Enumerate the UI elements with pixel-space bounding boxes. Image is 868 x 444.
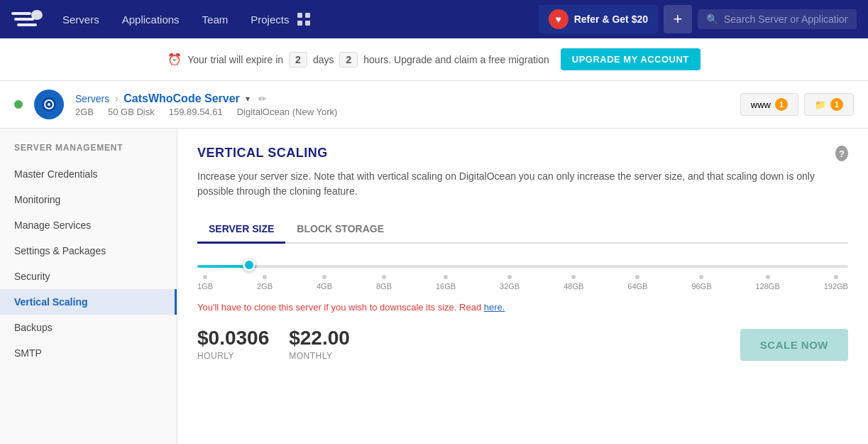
- slider-thumb[interactable]: [243, 259, 256, 271]
- add-button[interactable]: +: [664, 5, 692, 33]
- tab-block-storage[interactable]: BLOCK STORAGE: [285, 216, 395, 244]
- server-ram: 2GB: [75, 107, 94, 117]
- nav-team[interactable]: Team: [199, 13, 231, 26]
- server-status-indicator: [14, 100, 23, 109]
- sidebar-item-security[interactable]: Security: [0, 264, 177, 289]
- hourly-price: $0.0306: [197, 327, 269, 350]
- slider-background: [197, 265, 848, 268]
- svg-point-3: [31, 10, 43, 20]
- svg-rect-0: [11, 12, 31, 15]
- nav-links: Servers Applications Team Projects: [60, 13, 292, 26]
- size-option-48gb[interactable]: 48GB: [564, 275, 583, 291]
- dot-128gb: [766, 275, 770, 279]
- label-32gb: 32GB: [500, 282, 520, 291]
- svg-rect-2: [17, 23, 37, 26]
- sidebar-item-master-credentials[interactable]: Master Credentials: [0, 161, 177, 187]
- scaling-tabs: SERVER SIZE BLOCK STORAGE: [197, 216, 848, 244]
- trial-days: 2: [289, 52, 307, 67]
- server-edit-icon[interactable]: ✏: [258, 93, 267, 104]
- size-option-2gb[interactable]: 2GB: [257, 275, 273, 291]
- monthly-label: MONTHLY: [289, 351, 350, 361]
- trial-days-label: days: [313, 54, 334, 65]
- svg-rect-7: [305, 21, 310, 26]
- help-icon[interactable]: ?: [835, 146, 848, 161]
- folder-button[interactable]: 📁 1: [804, 93, 854, 116]
- page-title: VERTICAL SCALING: [197, 146, 835, 161]
- monthly-price-block: $22.00 MONTHLY: [289, 327, 350, 361]
- clone-warning: You'll have to clone this server if you …: [197, 302, 848, 313]
- dot-2gb: [263, 275, 267, 279]
- sidebar-item-smtp[interactable]: SMTP: [0, 340, 177, 366]
- www-label: www: [751, 99, 771, 110]
- breadcrumb-servers-link[interactable]: Servers: [75, 93, 109, 104]
- search-input[interactable]: [724, 13, 848, 25]
- main-content: VERTICAL SCALING Increase your server si…: [177, 129, 868, 444]
- label-96gb: 96GB: [691, 282, 711, 291]
- slider-labels: 1GB 2GB 4GB 8GB 16GB: [197, 275, 848, 291]
- label-16gb: 16GB: [436, 282, 456, 291]
- size-slider-section: 1GB 2GB 4GB 8GB 16GB: [197, 264, 848, 291]
- svg-rect-5: [305, 13, 310, 18]
- sidebar-item-manage-services[interactable]: Manage Services: [0, 212, 177, 238]
- server-meta: 2GB 50 GB Disk 159.89.54.61 DigitalOcean…: [75, 107, 729, 117]
- size-option-8gb[interactable]: 8GB: [376, 275, 392, 291]
- svg-rect-1: [14, 18, 34, 21]
- server-info: Servers › CatsWhoCode Server ▾ ✏ 2GB 50 …: [75, 92, 729, 117]
- label-48gb: 48GB: [564, 282, 583, 291]
- dot-8gb: [382, 275, 386, 279]
- search-icon: 🔍: [706, 13, 718, 25]
- hourly-label: HOURLY: [197, 351, 269, 361]
- size-option-16gb[interactable]: 16GB: [436, 275, 456, 291]
- folder-badge: 1: [830, 98, 843, 111]
- search-bar[interactable]: 🔍: [698, 9, 857, 29]
- dot-1gb: [203, 275, 207, 279]
- section-description: Increase your server size. Note that wit…: [197, 169, 835, 199]
- size-option-32gb[interactable]: 32GB: [500, 275, 520, 291]
- label-8gb: 8GB: [376, 282, 392, 291]
- label-4gb: 4GB: [317, 282, 332, 291]
- size-option-192gb[interactable]: 192GB: [824, 275, 848, 291]
- svg-point-10: [48, 103, 50, 106]
- dot-48gb: [571, 275, 576, 279]
- clone-warning-text: You'll have to clone this server if you …: [197, 302, 481, 313]
- grid-menu-button[interactable]: [292, 7, 316, 31]
- scale-now-button[interactable]: SCALE NOW: [740, 329, 848, 361]
- logo[interactable]: [11, 8, 43, 31]
- dot-64gb: [635, 275, 639, 279]
- server-provider: DigitalOcean (New York): [237, 107, 338, 117]
- size-option-128gb[interactable]: 128GB: [755, 275, 779, 291]
- main-layout: Server Management Master Credentials Mon…: [0, 129, 868, 444]
- sidebar-item-settings-packages[interactable]: Settings & Packages: [0, 238, 177, 264]
- top-nav: Servers Applications Team Projects ♥ Ref…: [0, 0, 868, 38]
- sidebar: Server Management Master Credentials Mon…: [0, 129, 177, 444]
- nav-projects[interactable]: Projects: [248, 13, 292, 26]
- size-option-96gb[interactable]: 96GB: [691, 275, 711, 291]
- tab-server-size[interactable]: SERVER SIZE: [197, 216, 285, 244]
- www-badge: 1: [775, 98, 788, 111]
- www-button[interactable]: www 1: [740, 93, 798, 116]
- sidebar-item-vertical-scaling[interactable]: Vertical Scaling: [0, 289, 177, 315]
- nav-applications[interactable]: Applications: [119, 13, 182, 26]
- server-dropdown-icon[interactable]: ▾: [246, 94, 250, 104]
- nav-servers[interactable]: Servers: [60, 13, 102, 26]
- dot-32gb: [507, 275, 512, 279]
- heart-icon: ♥: [549, 9, 568, 29]
- sidebar-item-backups[interactable]: Backups: [0, 315, 177, 340]
- server-disk: 50 GB Disk: [108, 107, 155, 117]
- size-option-1gb[interactable]: 1GB: [197, 275, 213, 291]
- label-64gb: 64GB: [627, 282, 647, 291]
- pricing-row: $0.0306 HOURLY $22.00 MONTHLY SCALE NOW: [197, 327, 848, 361]
- server-actions: www 1 📁 1: [740, 93, 854, 116]
- hourly-price-block: $0.0306 HOURLY: [197, 327, 269, 361]
- upgrade-button[interactable]: UPGRADE MY ACCOUNT: [561, 48, 701, 70]
- trial-hours: 2: [339, 52, 358, 67]
- server-ip: 159.89.54.61: [169, 107, 223, 117]
- refer-button[interactable]: ♥ Refer & Get $20: [539, 5, 658, 33]
- slider-track[interactable]: [197, 264, 848, 269]
- trial-text-before: Your trial will expire in: [187, 54, 283, 65]
- sidebar-item-monitoring[interactable]: Monitoring: [0, 187, 177, 212]
- size-option-64gb[interactable]: 64GB: [627, 275, 647, 291]
- clone-here-link[interactable]: here.: [484, 302, 505, 313]
- size-option-4gb[interactable]: 4GB: [317, 275, 332, 291]
- dot-4gb: [322, 275, 326, 279]
